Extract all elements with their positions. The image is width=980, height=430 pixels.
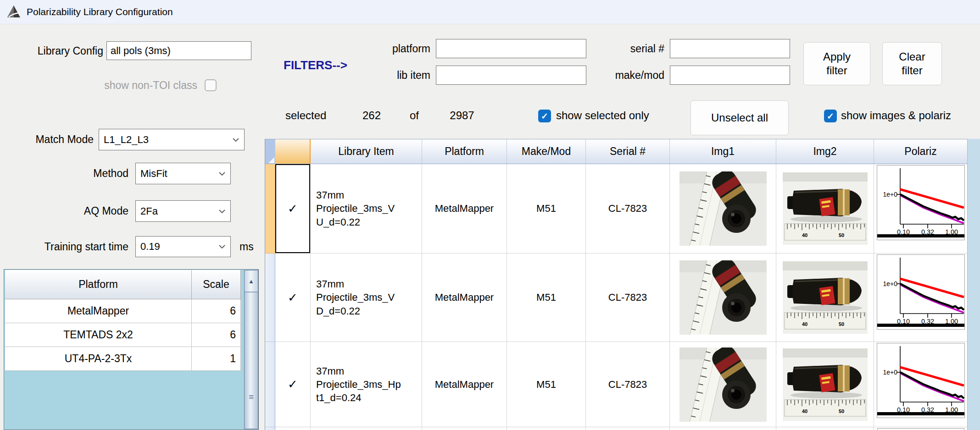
polariz-chart: 1e+0 0.10 0.32 1.00 (877, 165, 965, 240)
cell-polariz[interactable]: 1e+0 0.10 0.32 1.00 (874, 164, 968, 254)
filter-lib-item-input[interactable] (436, 66, 586, 85)
row-header[interactable] (265, 342, 275, 427)
cell-serial[interactable]: CL-7823 (586, 164, 670, 254)
training-start-dropdown[interactable]: 0.19 (135, 236, 231, 257)
cell-platform[interactable]: MetalMapper (422, 164, 507, 254)
grid-right-gutter (967, 139, 980, 430)
apply-filter-button[interactable]: Apply filter (803, 42, 870, 85)
column-header-img1[interactable]: Img1 (670, 139, 776, 164)
aq-mode-dropdown[interactable]: 2Fa (135, 200, 231, 222)
platform-cell[interactable]: UT4-PA-2-3Tx (5, 347, 192, 371)
scale-cell[interactable]: 6 (192, 299, 241, 323)
cell-make-mod[interactable]: M51 (507, 164, 586, 254)
svg-text:0.32: 0.32 (921, 406, 934, 413)
platform-column-header[interactable]: Platform (5, 270, 192, 299)
cell-make-mod[interactable]: M51 (507, 342, 586, 427)
check-icon: ✓ (288, 377, 298, 391)
unselect-all-button[interactable]: Unselect all (690, 100, 789, 135)
cell-img1[interactable] (670, 164, 776, 254)
cell-platform[interactable]: MetalMapper (422, 254, 507, 342)
svg-text:40: 40 (802, 232, 807, 238)
cell-img2[interactable]: 40 50 (776, 164, 874, 254)
column-header-serial[interactable]: Serial # (586, 139, 670, 164)
library-items-grid: Library Item Platform Make/Mod Serial # … (265, 139, 968, 430)
scale-column-header[interactable]: Scale (192, 270, 241, 299)
checkbox-column-header[interactable] (275, 139, 311, 164)
cell-make-mod[interactable]: M51 (507, 254, 586, 342)
platform-cell[interactable]: TEMTADS 2x2 (5, 323, 192, 347)
show-selected-only-label: show selected only (556, 105, 649, 126)
filters-title: FILTERS--> (284, 55, 347, 75)
filter-make-mod-label: make/mod (592, 65, 664, 85)
cell-serial[interactable] (586, 427, 670, 430)
library-config-label: Library Config (9, 41, 103, 61)
method-label: Method (46, 163, 128, 183)
svg-text:50: 50 (838, 321, 844, 327)
svg-text:1.00: 1.00 (945, 406, 958, 413)
filter-make-mod-input[interactable] (670, 66, 790, 85)
svg-text:50: 50 (838, 408, 844, 414)
cell-platform[interactable] (422, 427, 507, 430)
clear-filter-button[interactable]: Clear filter (882, 42, 942, 85)
svg-text:0.10: 0.10 (896, 228, 909, 236)
svg-text:1.00: 1.00 (945, 318, 958, 325)
cell-serial[interactable]: CL-7823 (586, 254, 670, 342)
projectile-photo-2: 40 50 (783, 172, 868, 245)
cell-platform[interactable]: MetalMapper (422, 342, 507, 427)
filter-platform-label: platform (362, 39, 430, 59)
scrollbar-thumb[interactable]: ≡ (245, 292, 258, 429)
cell-img2[interactable]: 40 50 (776, 254, 874, 342)
cell-img1[interactable] (670, 342, 776, 427)
cell-img1[interactable] (670, 254, 776, 342)
column-header-platform[interactable]: Platform (422, 139, 507, 164)
filter-platform-input[interactable] (436, 39, 586, 58)
show-images-polariz-checkbox[interactable]: ✓ (824, 110, 837, 122)
show-non-toi-label: show non-TOI class (46, 75, 197, 95)
grid-corner-header[interactable] (265, 139, 275, 164)
filter-serial-input[interactable] (670, 39, 790, 58)
column-header-make-mod[interactable]: Make/Mod (507, 139, 586, 164)
row-header[interactable] (265, 427, 275, 430)
training-start-value: 0.19 (140, 241, 160, 253)
column-header-library-item[interactable]: Library Item (311, 139, 422, 164)
training-unit-label: ms (239, 237, 254, 257)
cell-serial[interactable]: CL-7823 (586, 342, 670, 427)
match-mode-dropdown[interactable]: L1_L2_L3 (99, 129, 245, 150)
show-non-toi-checkbox[interactable] (205, 79, 217, 91)
cell-polariz[interactable]: 1e+0 0.10 0.32 1.00 (874, 254, 968, 342)
library-config-input[interactable] (106, 41, 251, 60)
of-label: of (410, 105, 419, 126)
projectile-photo-2: 40 50 (783, 261, 868, 334)
row-checkbox-cell[interactable] (275, 427, 311, 430)
row-checkbox-cell[interactable]: ✓ (275, 254, 311, 342)
row-checkbox-cell[interactable]: ✓ (275, 342, 311, 427)
row-checkbox-cell[interactable]: ✓ (275, 164, 311, 254)
cell-img2[interactable]: 40 50 (776, 342, 874, 427)
row-header[interactable] (265, 254, 275, 342)
cell-polariz[interactable] (874, 427, 968, 430)
scroll-up-icon[interactable]: ▲ (245, 270, 258, 292)
show-images-polariz-label: show images & polariz (841, 105, 951, 126)
platform-cell[interactable]: MetalMapper (5, 299, 192, 323)
row-header[interactable] (265, 164, 275, 254)
apply-filter-label: Apply filter (813, 50, 861, 77)
cell-library-item[interactable]: 37mm Projectile_3ms_Hpt1_d=0.24 (311, 342, 422, 427)
platform-table-scrollbar[interactable]: ▲ ≡ (244, 270, 258, 429)
polariz-chart: 1e+0 0.10 0.32 1.00 (877, 343, 965, 418)
cell-make-mod[interactable] (507, 427, 586, 430)
projectile-photo-1 (679, 171, 767, 246)
library-item-text: 37mm Projectile_3ms_VU_d=0.22 (316, 188, 401, 228)
method-dropdown[interactable]: MisFit (135, 163, 231, 184)
cell-library-item[interactable]: 37mm Projectile_3ms_VD_d=0.22 (311, 254, 422, 342)
show-selected-only-checkbox[interactable]: ✓ (538, 110, 551, 122)
column-header-img2[interactable]: Img2 (776, 139, 874, 164)
column-header-polariz[interactable]: Polariz (874, 139, 968, 164)
cell-library-item[interactable] (311, 427, 422, 430)
scale-cell[interactable]: 6 (192, 323, 241, 347)
total-count: 2987 (441, 105, 483, 126)
scale-cell[interactable]: 1 (192, 347, 241, 371)
cell-img1[interactable] (670, 427, 776, 430)
cell-polariz[interactable]: 1e+0 0.10 0.32 1.00 (874, 342, 968, 427)
cell-library-item[interactable]: 37mm Projectile_3ms_VU_d=0.22 (311, 164, 422, 254)
cell-img2[interactable] (776, 427, 874, 430)
